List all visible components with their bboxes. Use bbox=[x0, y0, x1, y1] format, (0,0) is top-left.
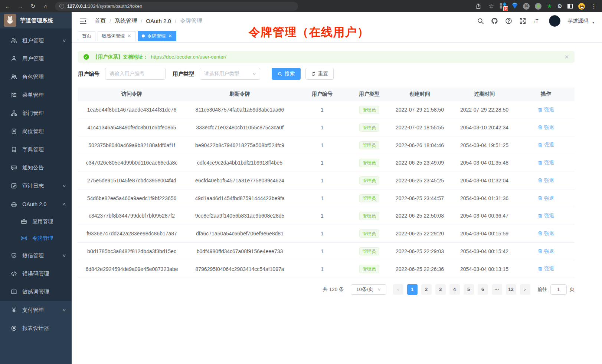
user-type-select[interactable]: 请选择用户类型∨ bbox=[200, 68, 260, 80]
sidebar-item-敏感词管理[interactable]: 敏感词管理 bbox=[0, 283, 72, 301]
alert-close-icon[interactable]: ✕ bbox=[564, 54, 569, 60]
next-page-button[interactable]: › bbox=[520, 284, 530, 295]
sidebar-item-令牌管理[interactable]: 令牌管理 bbox=[0, 230, 72, 246]
force-logout-button[interactable]: 强退 bbox=[538, 265, 554, 272]
force-logout-button[interactable]: 强退 bbox=[538, 142, 554, 148]
page-button-5[interactable]: 5 bbox=[464, 284, 474, 295]
address-bar[interactable]: i 127.0.0.1:1024/system/oauth2/token bbox=[55, 2, 298, 11]
sidebar-item-租户管理[interactable]: 租户管理∨ bbox=[0, 32, 72, 50]
breadcrumb-separator: / bbox=[109, 18, 111, 24]
refresh-token-cell: e6cfd40eb1f54571a31e775e039c4624 bbox=[186, 178, 294, 183]
sidebar-item-OAuth 2.0[interactable]: OAuth 2.0∧ bbox=[0, 195, 72, 213]
breadcrumb-item[interactable]: OAuth 2.0 bbox=[146, 18, 171, 24]
prev-page-button[interactable]: ‹ bbox=[393, 284, 403, 295]
user-name[interactable]: 芋道源码 bbox=[567, 18, 588, 24]
access-token-cell: b0d1785bc3a8482f812db4a3f3bd15ec bbox=[78, 248, 186, 254]
expire-time-cell: 2054-03-04 01:31:36 bbox=[451, 195, 517, 201]
sidebar-item-短信管理[interactable]: 短信管理∨ bbox=[0, 246, 72, 265]
reload-icon[interactable]: ↻ bbox=[30, 0, 36, 12]
column-header: 刷新令牌 bbox=[186, 91, 294, 97]
site-info-icon[interactable]: i bbox=[59, 4, 64, 9]
extension-grid-icon[interactable]: 9 bbox=[500, 3, 507, 10]
breadcrumb-item: 令牌管理 bbox=[180, 17, 202, 24]
force-logout-button[interactable]: 强退 bbox=[538, 212, 554, 219]
alert-doc-link[interactable]: https://doc.iocoder.cn/user-center/ bbox=[151, 54, 226, 60]
created-time-cell: 2022-06-26 18:04:46 bbox=[388, 142, 451, 148]
font-size-icon[interactable]: TT bbox=[533, 17, 540, 24]
refresh-token-cell: 49d1aa46d1454fbd87591444423be9fa bbox=[186, 195, 294, 201]
search-icon[interactable] bbox=[477, 17, 484, 24]
page-button-3[interactable]: 3 bbox=[435, 284, 446, 295]
tab-首页[interactable]: 首页 bbox=[78, 31, 95, 41]
sidebar-item-报表设计器[interactable]: 报表设计器 bbox=[0, 319, 72, 337]
user-avatar[interactable] bbox=[549, 15, 560, 27]
fullscreen-icon[interactable] bbox=[519, 17, 526, 24]
force-logout-button[interactable]: 强退 bbox=[538, 106, 554, 113]
tab-close-icon[interactable]: ✕ bbox=[128, 33, 131, 39]
reset-button[interactable]: 重置 bbox=[305, 68, 334, 80]
user-type-badge: 管理员 bbox=[359, 176, 379, 185]
table-row: c342377bf8b344799dcbf7bf095287f29ce8ef2a… bbox=[78, 207, 575, 225]
bookmark-star-icon[interactable]: ☆ bbox=[487, 3, 495, 10]
table-row: 54d6be82ee5a460a9aedc1f9bf22365649d1aa46… bbox=[78, 189, 575, 207]
extensions-puzzle-icon[interactable]: ⚙ bbox=[557, 3, 562, 10]
search-button[interactable]: 搜索 bbox=[272, 68, 301, 80]
breadcrumb-item[interactable]: 系统管理 bbox=[115, 17, 137, 24]
user-id-input[interactable]: 请输入用户编号 bbox=[105, 68, 166, 80]
page-button-6[interactable]: 6 bbox=[478, 284, 488, 295]
tab-敏感词管理[interactable]: 敏感词管理✕ bbox=[98, 31, 135, 41]
actions-cell: 强退 bbox=[517, 159, 575, 166]
extension-gem-icon[interactable] bbox=[512, 4, 518, 9]
sidebar-item-角色管理[interactable]: 角色管理 bbox=[0, 68, 72, 86]
page-ellipsis[interactable]: ⋯ bbox=[492, 284, 502, 295]
user-menu-caret-icon[interactable]: ▾ bbox=[592, 20, 594, 24]
sidebar-item-审计日志[interactable]: 审计日志∨ bbox=[0, 177, 72, 195]
force-logout-button[interactable]: 强退 bbox=[538, 195, 554, 202]
help-icon[interactable] bbox=[505, 17, 512, 24]
expire-time-cell: 2022-07-29 22:28:50 bbox=[451, 107, 517, 113]
broadcast-icon bbox=[21, 235, 27, 241]
share-icon[interactable] bbox=[475, 3, 482, 10]
github-icon[interactable] bbox=[491, 17, 498, 24]
sidebar-item-错误码管理[interactable]: 错误码管理 bbox=[0, 265, 72, 283]
access-token-cell: 41c41346a548490f9dc8b01c6bfe0865 bbox=[78, 125, 186, 130]
sidebar-item-用户管理[interactable]: 用户管理 bbox=[0, 50, 72, 68]
sidebar-item-岗位管理[interactable]: 岗位管理 bbox=[0, 122, 72, 140]
forward-icon[interactable]: → bbox=[17, 0, 24, 12]
force-logout-button[interactable]: 强退 bbox=[538, 248, 554, 255]
goto-page-input[interactable]: 1 bbox=[550, 284, 567, 295]
sidebar-item-应用管理[interactable]: 应用管理 bbox=[0, 213, 72, 230]
force-logout-button[interactable]: 强退 bbox=[538, 124, 554, 131]
page-button-2[interactable]: 2 bbox=[421, 284, 432, 295]
force-logout-button[interactable]: 强退 bbox=[538, 159, 554, 166]
sidebar-item-字典管理[interactable]: 字典管理 bbox=[0, 140, 72, 159]
sidebar-fold-icon[interactable] bbox=[79, 17, 87, 25]
tab-close-icon[interactable]: ✕ bbox=[169, 33, 172, 39]
extension-smiley-icon[interactable] bbox=[578, 3, 585, 10]
tab-令牌管理[interactable]: 令牌管理✕ bbox=[138, 31, 176, 41]
sidebar-item-支付管理[interactable]: 支付管理∨ bbox=[0, 301, 72, 319]
page-button-1[interactable]: 1 bbox=[407, 284, 418, 295]
browser-menu-icon[interactable]: ⋮ bbox=[590, 3, 598, 10]
sidebar-item-label: 报表设计器 bbox=[22, 325, 49, 332]
back-icon[interactable]: ← bbox=[4, 0, 11, 12]
page-size-select[interactable]: 10条/页∨ bbox=[351, 284, 386, 295]
extension-recorder-icon[interactable] bbox=[535, 3, 542, 10]
extension-splitscreen-icon[interactable] bbox=[567, 4, 573, 9]
filter-form: 用户编号 请输入用户编号 用户类型 请选择用户类型∨ 搜索 重置 bbox=[78, 68, 602, 80]
page-button-12[interactable]: 12 bbox=[506, 284, 516, 295]
sidebar-item-菜单管理[interactable]: 菜单管理 bbox=[0, 86, 72, 104]
page-button-4[interactable]: 4 bbox=[449, 284, 460, 295]
extension-command-icon[interactable]: ⌘ bbox=[523, 3, 530, 10]
sidebar-item-通知公告[interactable]: 通知公告 bbox=[0, 159, 72, 177]
force-logout-button[interactable]: 强退 bbox=[538, 230, 554, 237]
extension-star-icon[interactable]: ★ bbox=[547, 3, 552, 10]
sidebar-item-部门管理[interactable]: 部门管理 bbox=[0, 104, 72, 122]
sidebar-item-label: 支付管理 bbox=[22, 307, 44, 314]
table-header-row: 访问令牌刷新令牌用户编号用户类型创建时间过期时间操作 bbox=[78, 87, 575, 101]
user-type-cell: 管理员 bbox=[350, 176, 388, 185]
app-logo[interactable]: 芋道管理系统 bbox=[0, 12, 72, 29]
home-icon[interactable]: ⌂ bbox=[42, 0, 49, 12]
force-logout-button[interactable]: 强退 bbox=[538, 177, 554, 184]
breadcrumb-item[interactable]: 首页 bbox=[95, 17, 106, 24]
